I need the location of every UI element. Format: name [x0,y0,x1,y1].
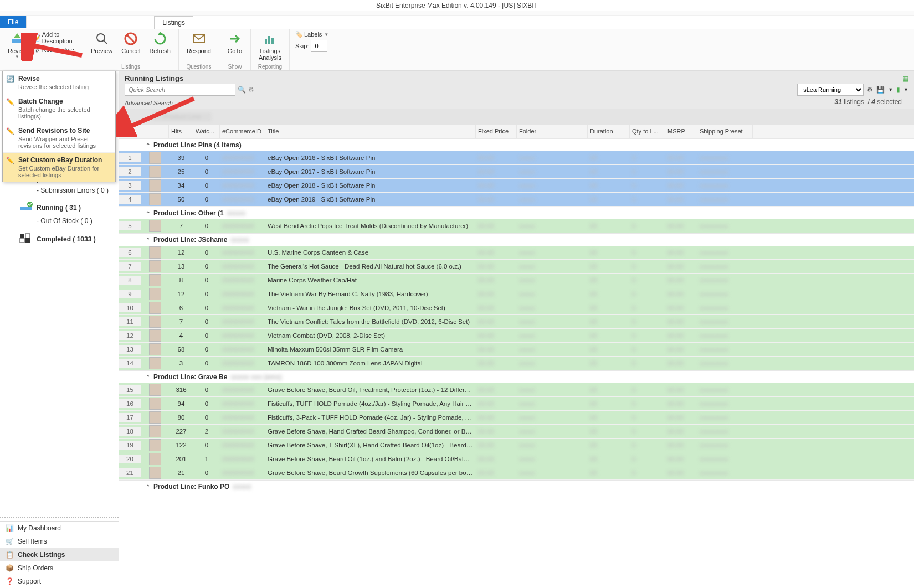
column-header[interactable]: Duration [588,125,630,138]
search-icon[interactable]: 🔍 [238,86,246,94]
group-by-chip[interactable]: Product Line [152,112,212,121]
listing-row[interactable]: 6120000000000U.S. Marine Corps Canteen &… [119,246,914,260]
collapse-icon[interactable]: ⌃ [146,484,150,490]
listing-row[interactable]: 1430000000000TAMRON 186D 100-300mm Zoom … [119,357,914,370]
listing-row[interactable]: 1390000000000eBay Open 2016 - SixBit Sof… [119,151,914,165]
collapse-icon[interactable]: ⌃ [146,210,150,216]
column-header[interactable]: eCommerceID [220,125,265,138]
listing-row[interactable]: 1170000000000The Vietnam Conflict: Tales… [119,315,914,329]
column-header[interactable]: Fixed Price [476,125,517,138]
tree-completed[interactable]: Completed ( 1033 ) [2,231,116,247]
column-header[interactable]: Folder [517,125,588,138]
settings-icon[interactable]: ⚙ [248,86,254,94]
nav-sell-items[interactable]: 🛒Sell Items [0,535,119,548]
listing-row[interactable]: 4500000000000eBay Open 2019 - SixBit Sof… [119,193,914,207]
advanced-search-link[interactable]: Advanced Search [125,100,173,106]
revise-menu-revise[interactable]: 🔄 Revise Revise the selected listing [3,71,115,94]
revise-menu-send-revisions[interactable]: ✏️ Send Revisions to Site Send Wrapper a… [3,123,115,153]
listing-row[interactable]: 880000000000Marine Corps Weather Cap/Hat… [119,274,914,287]
column-header[interactable] [119,125,141,138]
group-by-bar[interactable]: Product Line [119,109,914,125]
chevron-down-icon[interactable]: ▼ [888,87,893,92]
group-label: Product Line: JSchame [153,236,227,244]
revise-menu-batch-change[interactable]: ✏️ Batch Change Batch change the selecte… [3,94,115,123]
title-cell: eBay Open 2016 - SixBit Software Pin [265,153,476,162]
nav-check-listings[interactable]: 📋Check Listings [0,548,119,561]
tree-out-of-stock[interactable]: - Out Of Stock ( 0 ) [2,215,116,226]
quick-search-input[interactable] [125,84,235,96]
respond-button[interactable]: Respond [182,30,215,55]
refresh-button[interactable]: Refresh [145,30,175,55]
preview-button[interactable]: Preview [86,30,117,55]
listing-row[interactable]: 9120000000000The Vietnam War By Bernard … [119,287,914,301]
duration-cell: 00 [588,303,630,312]
revise-menu-set-custom-duration[interactable]: ✏️ Set Custom eBay Duration Set Custom e… [3,153,115,182]
labels-button[interactable]: 🏷️ Labels ▼ [293,30,331,39]
cancel-button[interactable]: Cancel [117,30,145,55]
tree-submission-errors[interactable]: - Submission Errors ( 0 ) [2,185,116,196]
column-header[interactable]: MSRP [665,125,697,138]
nav-ship-orders[interactable]: 📦Ship Orders [0,561,119,575]
group-label: Product Line: Grave Be [153,373,227,381]
column-header[interactable]: Qty to L... [630,125,665,138]
title-cell: Vietnam Combat (DVD, 2008, 2-Disc Set) [265,331,476,340]
listing-row[interactable]: 13680000000000Minolta Maxxum 500si 35mm … [119,343,914,357]
group-header[interactable]: ⌃Product Line: JSchamexxxxx [119,233,914,246]
hits-cell: 316 [169,385,193,394]
row-number: 17 [119,413,141,422]
gear-icon[interactable]: ⚙ [867,86,873,94]
reschedule-button[interactable]: 📅 Reschedule [31,45,79,54]
save-icon[interactable]: 💾 [876,86,885,94]
column-header[interactable]: Title [265,125,476,138]
skip-input[interactable] [311,40,327,52]
revise-button[interactable]: Revise ▼ [3,30,31,60]
collapse-icon[interactable]: ⌃ [146,142,150,148]
collapse-icon[interactable]: ⌃ [146,374,150,380]
group-header[interactable]: ⌃Product Line: Other (1xxxxx [119,207,914,219]
listing-row[interactable]: 182272000000000Grave Before Shave, Hand … [119,425,914,439]
listing-row[interactable]: 7130000000000The General's Hot Sauce - D… [119,260,914,274]
file-tab[interactable]: File [0,16,27,28]
column-header[interactable]: Shipping Preset [697,125,753,138]
group-header[interactable]: ⌃Product Line: Grave Bexxxxx xxx (ems) [119,370,914,383]
shipping-preset-cell: xxxxxxxxx [697,427,753,436]
ecommerce-id-cell: 000000000 [220,441,265,450]
group-header[interactable]: ⌃Product Line: Pins (4 items) [119,138,914,151]
qty-cell: 0 [630,455,665,463]
listings-tab[interactable]: Listings [154,16,193,29]
excel-icon[interactable]: ▮ [896,86,900,94]
collapse-icon[interactable]: ⌃ [146,237,150,243]
column-header[interactable]: Watc... [193,125,220,138]
listing-row[interactable]: 2250000000000eBay Open 2017 - SixBit Sof… [119,165,914,179]
listing-row[interactable]: 570000000000West Bend Arctic Pops Ice Tr… [119,219,914,233]
tree-running[interactable]: Running ( 31 ) [2,199,116,215]
listing-row[interactable]: 21210000000000Grave Before Shave, Beard … [119,466,914,480]
row-number: 14 [119,359,141,368]
listing-row[interactable]: 153160000000000Grave Before Shave, Beard… [119,383,914,397]
svg-rect-6 [265,39,267,44]
group-header[interactable]: ⌃Product Line: Funko POxxxxx [119,480,914,493]
listing-row[interactable]: 16940000000000Fisticuffs, TUFF HOLD Poma… [119,397,914,411]
svg-rect-14 [25,238,30,243]
ribbon-label: Refresh [149,48,171,54]
add-to-description-button[interactable]: 📝 Add to Description [31,30,79,45]
column-header[interactable] [141,125,169,138]
goto-button[interactable]: GoTo [223,30,247,55]
ecommerce-id-cell: 000000000 [220,413,265,422]
listing-row[interactable]: 202011000000000Grave Before Shave, Beard… [119,452,914,466]
view-dropdown[interactable]: sLea Running [797,84,864,96]
column-header[interactable]: Hits [169,125,193,138]
listing-row[interactable]: 3340000000000eBay Open 2018 - SixBit Sof… [119,179,914,193]
listings-grid[interactable]: HitsWatc...eCommerceIDTitleFixed PriceFo… [119,125,914,588]
listings-analysis-button[interactable]: Listings Analysis [254,30,286,62]
listing-row[interactable]: 17800000000000Fisticuffs, 3-Pack - TUFF … [119,411,914,425]
listing-row[interactable]: 1060000000000Vietnam - War in the Jungle… [119,301,914,315]
nav-dashboard[interactable]: 📊My Dashboard [0,522,119,535]
ecommerce-id-cell: 000000000 [220,153,265,162]
listing-row[interactable]: 1240000000000Vietnam Combat (DVD, 2008, … [119,329,914,343]
nav-support[interactable]: ❓Support [0,575,119,588]
hits-cell: 13 [169,262,193,271]
listing-row[interactable]: 191220000000000Grave Before Shave, T-Shi… [119,439,914,452]
grid-options-icon[interactable]: ▦ [902,75,908,82]
chevron-down-icon[interactable]: ▼ [903,87,908,92]
